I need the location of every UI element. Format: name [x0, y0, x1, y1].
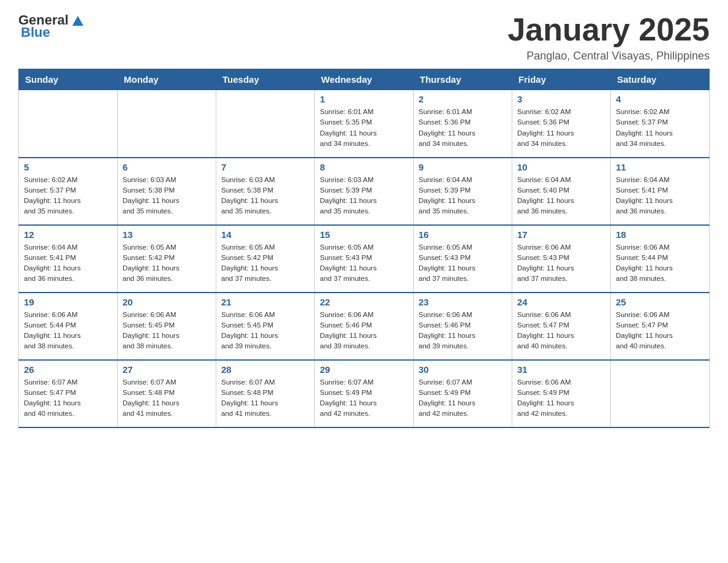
day-number: 15 — [320, 229, 408, 240]
day-info: Sunrise: 6:05 AM Sunset: 5:43 PM Dayligh… — [320, 242, 408, 285]
day-number: 17 — [517, 229, 605, 240]
calendar-cell: 12Sunrise: 6:04 AM Sunset: 5:41 PM Dayli… — [19, 225, 118, 293]
day-number: 16 — [419, 229, 507, 240]
day-info: Sunrise: 6:04 AM Sunset: 5:41 PM Dayligh… — [24, 242, 112, 285]
calendar-cell: 25Sunrise: 6:06 AM Sunset: 5:47 PM Dayli… — [611, 293, 710, 360]
day-number: 31 — [517, 364, 605, 375]
calendar-cell: 20Sunrise: 6:06 AM Sunset: 5:45 PM Dayli… — [118, 293, 216, 360]
calendar-cell: 4Sunrise: 6:02 AM Sunset: 5:37 PM Daylig… — [611, 90, 710, 158]
logo-triangle-icon — [70, 12, 86, 28]
day-info: Sunrise: 6:04 AM Sunset: 5:41 PM Dayligh… — [616, 175, 704, 217]
page-header: General Blue January 2025 Panglao, Centr… — [18, 12, 710, 63]
day-number: 12 — [24, 229, 112, 240]
day-info: Sunrise: 6:04 AM Sunset: 5:40 PM Dayligh… — [517, 175, 605, 217]
day-info: Sunrise: 6:02 AM Sunset: 5:37 PM Dayligh… — [616, 107, 704, 149]
calendar-cell: 23Sunrise: 6:06 AM Sunset: 5:46 PM Dayli… — [414, 293, 512, 360]
day-info: Sunrise: 6:06 AM Sunset: 5:46 PM Dayligh… — [320, 310, 408, 352]
calendar-cell: 18Sunrise: 6:06 AM Sunset: 5:44 PM Dayli… — [611, 225, 710, 293]
calendar-week-row: 19Sunrise: 6:06 AM Sunset: 5:44 PM Dayli… — [19, 293, 710, 360]
day-number: 9 — [419, 162, 507, 172]
calendar-cell: 19Sunrise: 6:06 AM Sunset: 5:44 PM Dayli… — [19, 293, 118, 360]
day-number: 8 — [320, 162, 408, 172]
day-number: 6 — [123, 162, 211, 172]
location-text: Panglao, Central Visayas, Philippines — [507, 50, 710, 63]
calendar-week-row: 26Sunrise: 6:07 AM Sunset: 5:47 PM Dayli… — [19, 360, 710, 427]
calendar-cell: 28Sunrise: 6:07 AM Sunset: 5:48 PM Dayli… — [216, 360, 315, 427]
calendar-cell — [216, 90, 315, 158]
day-info: Sunrise: 6:06 AM Sunset: 5:49 PM Dayligh… — [517, 377, 605, 419]
calendar-cell — [118, 90, 216, 158]
calendar-header-row: SundayMondayTuesdayWednesdayThursdayFrid… — [19, 69, 710, 90]
calendar-cell: 31Sunrise: 6:06 AM Sunset: 5:49 PM Dayli… — [512, 360, 611, 427]
day-number: 24 — [517, 297, 605, 307]
calendar-cell: 5Sunrise: 6:02 AM Sunset: 5:37 PM Daylig… — [19, 158, 118, 225]
calendar-cell: 9Sunrise: 6:04 AM Sunset: 5:39 PM Daylig… — [414, 158, 512, 225]
svg-marker-0 — [72, 16, 83, 26]
column-header-sunday: Sunday — [19, 69, 118, 90]
day-number: 22 — [320, 297, 408, 307]
day-number: 23 — [419, 297, 507, 307]
day-info: Sunrise: 6:02 AM Sunset: 5:36 PM Dayligh… — [517, 107, 605, 149]
column-header-friday: Friday — [512, 69, 611, 90]
calendar-cell: 2Sunrise: 6:01 AM Sunset: 5:36 PM Daylig… — [414, 90, 512, 158]
calendar-cell: 24Sunrise: 6:06 AM Sunset: 5:47 PM Dayli… — [512, 293, 611, 360]
calendar-cell: 7Sunrise: 6:03 AM Sunset: 5:38 PM Daylig… — [216, 158, 315, 225]
column-header-thursday: Thursday — [414, 69, 512, 90]
day-number: 26 — [24, 364, 112, 375]
day-number: 20 — [123, 297, 211, 307]
day-info: Sunrise: 6:01 AM Sunset: 5:36 PM Dayligh… — [419, 107, 507, 149]
day-number: 7 — [221, 162, 309, 172]
day-info: Sunrise: 6:07 AM Sunset: 5:47 PM Dayligh… — [24, 377, 112, 419]
calendar-cell: 21Sunrise: 6:06 AM Sunset: 5:45 PM Dayli… — [216, 293, 315, 360]
calendar-table: SundayMondayTuesdayWednesdayThursdayFrid… — [18, 69, 710, 428]
day-info: Sunrise: 6:03 AM Sunset: 5:38 PM Dayligh… — [221, 175, 309, 217]
day-info: Sunrise: 6:02 AM Sunset: 5:37 PM Dayligh… — [24, 175, 112, 217]
day-number: 27 — [123, 364, 211, 375]
day-number: 5 — [24, 162, 112, 172]
calendar-cell: 14Sunrise: 6:05 AM Sunset: 5:42 PM Dayli… — [216, 225, 315, 293]
day-info: Sunrise: 6:07 AM Sunset: 5:49 PM Dayligh… — [419, 377, 507, 419]
day-number: 14 — [221, 229, 309, 240]
day-number: 2 — [419, 94, 507, 104]
day-number: 13 — [123, 229, 211, 240]
day-number: 19 — [24, 297, 112, 307]
day-number: 28 — [221, 364, 309, 375]
day-info: Sunrise: 6:06 AM Sunset: 5:43 PM Dayligh… — [517, 242, 605, 285]
day-info: Sunrise: 6:05 AM Sunset: 5:42 PM Dayligh… — [221, 242, 309, 285]
calendar-week-row: 1Sunrise: 6:01 AM Sunset: 5:35 PM Daylig… — [19, 90, 710, 158]
day-info: Sunrise: 6:03 AM Sunset: 5:38 PM Dayligh… — [123, 175, 211, 217]
calendar-cell: 11Sunrise: 6:04 AM Sunset: 5:41 PM Dayli… — [611, 158, 710, 225]
calendar-cell: 22Sunrise: 6:06 AM Sunset: 5:46 PM Dayli… — [315, 293, 414, 360]
calendar-cell — [611, 360, 710, 427]
day-info: Sunrise: 6:06 AM Sunset: 5:46 PM Dayligh… — [419, 310, 507, 352]
column-header-tuesday: Tuesday — [216, 69, 315, 90]
column-header-wednesday: Wednesday — [315, 69, 414, 90]
calendar-cell: 8Sunrise: 6:03 AM Sunset: 5:39 PM Daylig… — [315, 158, 414, 225]
day-info: Sunrise: 6:06 AM Sunset: 5:47 PM Dayligh… — [616, 310, 704, 352]
calendar-cell: 27Sunrise: 6:07 AM Sunset: 5:48 PM Dayli… — [118, 360, 216, 427]
calendar-cell: 6Sunrise: 6:03 AM Sunset: 5:38 PM Daylig… — [118, 158, 216, 225]
day-info: Sunrise: 6:06 AM Sunset: 5:47 PM Dayligh… — [517, 310, 605, 352]
day-number: 11 — [616, 162, 704, 172]
calendar-cell — [19, 90, 118, 158]
logo: General Blue — [18, 12, 86, 40]
calendar-cell: 16Sunrise: 6:05 AM Sunset: 5:43 PM Dayli… — [414, 225, 512, 293]
column-header-monday: Monday — [118, 69, 216, 90]
calendar-cell: 3Sunrise: 6:02 AM Sunset: 5:36 PM Daylig… — [512, 90, 611, 158]
day-info: Sunrise: 6:06 AM Sunset: 5:44 PM Dayligh… — [616, 242, 704, 285]
day-info: Sunrise: 6:07 AM Sunset: 5:49 PM Dayligh… — [320, 377, 408, 419]
day-info: Sunrise: 6:07 AM Sunset: 5:48 PM Dayligh… — [221, 377, 309, 419]
day-number: 30 — [419, 364, 507, 375]
day-number: 29 — [320, 364, 408, 375]
column-header-saturday: Saturday — [611, 69, 710, 90]
calendar-cell: 30Sunrise: 6:07 AM Sunset: 5:49 PM Dayli… — [414, 360, 512, 427]
day-info: Sunrise: 6:06 AM Sunset: 5:44 PM Dayligh… — [24, 310, 112, 352]
calendar-week-row: 12Sunrise: 6:04 AM Sunset: 5:41 PM Dayli… — [19, 225, 710, 293]
calendar-cell: 10Sunrise: 6:04 AM Sunset: 5:40 PM Dayli… — [512, 158, 611, 225]
calendar-week-row: 5Sunrise: 6:02 AM Sunset: 5:37 PM Daylig… — [19, 158, 710, 225]
day-info: Sunrise: 6:05 AM Sunset: 5:43 PM Dayligh… — [419, 242, 507, 285]
day-number: 1 — [320, 94, 408, 104]
month-title: January 2025 — [507, 12, 710, 47]
day-info: Sunrise: 6:06 AM Sunset: 5:45 PM Dayligh… — [123, 310, 211, 352]
calendar-cell: 29Sunrise: 6:07 AM Sunset: 5:49 PM Dayli… — [315, 360, 414, 427]
